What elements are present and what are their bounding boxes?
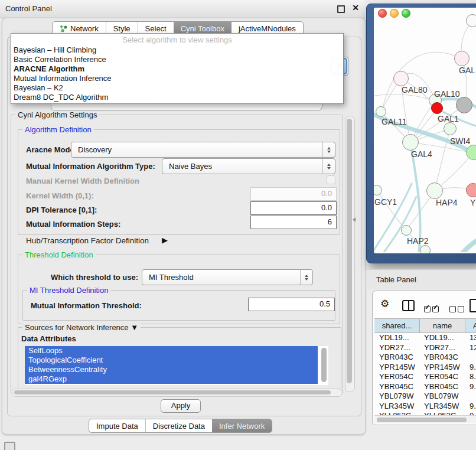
network-node[interactable] [393, 71, 409, 86]
mi-threshold-title: MI Threshold Definition [27, 286, 110, 295]
table-hscrollbar-thumb[interactable] [377, 418, 467, 422]
collapse-right-icon[interactable]: ▶ [162, 236, 168, 244]
table-row[interactable]: YLR345WYLR345W9. [374, 402, 476, 412]
dpi-tolerance-label: DPI Tolerance [0,1]: [26, 206, 97, 214]
column-header[interactable]: name [420, 319, 465, 332]
network-node[interactable] [444, 122, 457, 135]
mi-threshold-field[interactable]: 0.5 [248, 298, 335, 311]
dock-panel-icon[interactable] [4, 442, 15, 450]
settings-scrollbar[interactable] [345, 116, 355, 392]
network-node[interactable] [402, 134, 419, 151]
table-row[interactable]: YDR27...YDR27...12 [374, 343, 476, 353]
network-node[interactable] [376, 106, 386, 117]
which-threshold-select[interactable]: MI Threshold [142, 269, 313, 285]
column-layout-icon[interactable] [402, 300, 415, 311]
table-row[interactable]: YDL19...YDL19...13 [374, 333, 476, 343]
cell: 9. [470, 382, 476, 391]
gear-icon[interactable]: ⚙ [380, 298, 389, 310]
network-window[interactable]: GAL GAL80 GAL10 GAL11 GAL1 SWI4 GAL4 GCY… [366, 4, 476, 263]
node-label: GAL4 [411, 149, 432, 159]
cell: YLL052C [424, 411, 456, 415]
dropdown-item[interactable]: Bayesian – Hill Climbing [14, 45, 96, 55]
network-node-selected[interactable] [431, 102, 443, 114]
dropdown-item-highlighted[interactable]: ARACNE Algorithm [14, 64, 84, 74]
stepper-icon [300, 270, 312, 285]
network-node[interactable] [401, 225, 412, 236]
node-label: GAL [459, 66, 475, 75]
which-threshold-label: Which threshold to use: [51, 273, 138, 282]
network-icon [60, 25, 67, 32]
aracne-mode-select[interactable]: Discovery [71, 142, 335, 158]
tab-select-label: Select [145, 24, 167, 33]
tab-discretize-data[interactable]: Discretize Data [146, 419, 212, 432]
collapse-down-icon[interactable]: ▼ [131, 323, 138, 332]
cell: 9. [470, 402, 476, 410]
dropdown-item[interactable]: Bayesian – K2 [14, 83, 63, 93]
aracne-mode-value: Discovery [71, 145, 322, 154]
table-row[interactable]: YER054CYER054C8. [374, 372, 476, 382]
tab-infer-network-label: Infer Network [219, 422, 265, 431]
dropdown-item[interactable]: Basic Correlation Inference [14, 55, 106, 64]
settings-hscrollbar[interactable] [12, 389, 343, 397]
mi-type-value: Naive Bayes [162, 162, 322, 171]
splitter-collapse-icon[interactable] [350, 217, 356, 222]
mi-steps-field[interactable]: 6 [250, 216, 337, 229]
dpi-tolerance-field[interactable]: 0.0 [250, 201, 337, 215]
cell: 12 [470, 343, 476, 352]
data-attributes-list: SelfLoops TopologicalCoefficient Between… [25, 346, 328, 385]
list-item[interactable]: BetweennessCentrality [25, 365, 318, 374]
tab-style-label: Style [113, 24, 131, 33]
kernel-width-label: Kernel Width (0,1): [26, 191, 94, 200]
table-panel-titlebar: Table Panel [366, 269, 476, 289]
table-row[interactable]: YBR043CYBR043C [374, 353, 476, 363]
table-row[interactable]: YBR045CYBR045C9. [374, 382, 476, 392]
network-node[interactable] [426, 182, 443, 199]
cell: YLR345W [379, 402, 414, 410]
node-label: HAP2 [407, 236, 429, 246]
close-icon[interactable]: ✕ [352, 3, 359, 12]
tab-infer-network[interactable]: Infer Network [212, 419, 272, 432]
network-node[interactable] [466, 14, 476, 27]
network-canvas[interactable]: GAL GAL80 GAL10 GAL11 GAL1 SWI4 GAL4 GCY… [374, 8, 476, 253]
manual-kernel-checkbox[interactable] [327, 175, 335, 184]
sources-title-text: Sources for Network Inference [25, 323, 129, 332]
column-header[interactable]: shared... [374, 319, 420, 332]
select-all-checks-icon[interactable] [424, 304, 441, 315]
panel-title: Control Panel [5, 4, 52, 13]
cell: YER054C [379, 372, 413, 381]
table-row[interactable]: YLL052CYLL052C0. [374, 411, 476, 415]
screen: Control Panel ✕ Network Style Select Cyn… [0, 0, 476, 450]
table-hscrollbar[interactable] [374, 415, 476, 423]
tab-impute-data[interactable]: Impute Data [89, 419, 146, 432]
apply-button[interactable]: Apply [161, 399, 201, 413]
node-label: HAP4 [436, 198, 458, 207]
dropdown-item[interactable]: Mutual Information Inference [14, 74, 111, 83]
network-node[interactable] [456, 97, 472, 113]
list-item[interactable]: gal4RGexp [25, 374, 318, 384]
table-row[interactable]: YPR145WYPR145W9. [374, 363, 476, 373]
deselect-all-checks-icon[interactable] [449, 304, 466, 315]
mi-type-select[interactable]: Naive Bayes [162, 158, 335, 174]
list-item[interactable]: TopologicalCoefficient [25, 356, 318, 365]
list-item[interactable]: SelfLoops [25, 346, 318, 356]
hub-section-label[interactable]: Hub/Transcription Factor Definition [26, 236, 149, 245]
node-label: GAL1 [438, 114, 459, 123]
network-node[interactable] [454, 51, 470, 66]
mi-steps-label: Mutual Information Steps: [26, 220, 120, 229]
cell: YDR27... [424, 343, 455, 352]
list-scrollbar-thumb[interactable] [321, 348, 327, 382]
threshold-definition-title: Threshold Definition [22, 250, 96, 259]
cell: YBR043C [379, 353, 413, 361]
new-table-icon[interactable] [470, 299, 476, 312]
dropdown-item[interactable]: Dream8 DC_TDC Algorithm [14, 93, 108, 102]
table-row[interactable]: YBL079WYBL079W [374, 392, 476, 402]
kernel-width-field[interactable]: 0.0 [250, 187, 337, 201]
settings-scrollbar-thumb[interactable] [347, 119, 352, 383]
settings-hscrollbar-thumb[interactable] [14, 390, 331, 394]
column-header[interactable]: A [465, 319, 476, 332]
float-window-icon[interactable] [337, 5, 345, 13]
network-node[interactable] [466, 183, 476, 197]
network-node[interactable] [420, 245, 431, 253]
cell: 0. [470, 411, 476, 415]
cell: YBL079W [424, 392, 459, 400]
